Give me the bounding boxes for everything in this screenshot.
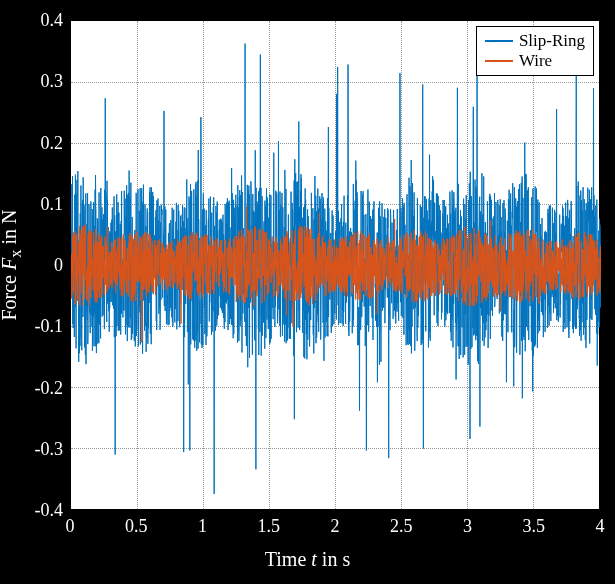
xtick-label: 3.5 <box>523 516 546 537</box>
xtick-label: 1 <box>198 516 207 537</box>
legend-label: Slip-Ring <box>519 31 585 51</box>
ytick-label: 0.1 <box>41 193 64 214</box>
legend: Slip-Ring Wire <box>476 26 594 76</box>
ytick-label: -0.2 <box>35 377 64 398</box>
ytick-label: -0.1 <box>35 316 64 337</box>
xtick-label: 3 <box>463 516 472 537</box>
xtick-label: 2.5 <box>390 516 413 537</box>
plot-area: Slip-Ring Wire <box>70 20 600 510</box>
legend-entry: Slip-Ring <box>485 31 585 51</box>
x-axis-label: Time t in s <box>265 548 350 571</box>
xtick-label: 0 <box>66 516 75 537</box>
legend-swatch-slip-ring <box>485 40 513 43</box>
legend-swatch-wire <box>485 60 513 63</box>
xtick-label: 1.5 <box>258 516 281 537</box>
xtick-label: 4 <box>596 516 605 537</box>
xtick-label: 0.5 <box>125 516 148 537</box>
chart-canvas <box>71 21 601 511</box>
legend-label: Wire <box>519 51 552 71</box>
ytick-label: -0.4 <box>35 500 64 521</box>
ytick-label: 0 <box>54 255 63 276</box>
y-axis-label: Force Fx in N <box>0 209 26 320</box>
ytick-label: 0.3 <box>41 71 64 92</box>
xtick-label: 2 <box>331 516 340 537</box>
legend-entry: Wire <box>485 51 585 71</box>
ytick-label: 0.4 <box>41 10 64 31</box>
ytick-label: 0.2 <box>41 132 64 153</box>
ytick-label: -0.3 <box>35 438 64 459</box>
